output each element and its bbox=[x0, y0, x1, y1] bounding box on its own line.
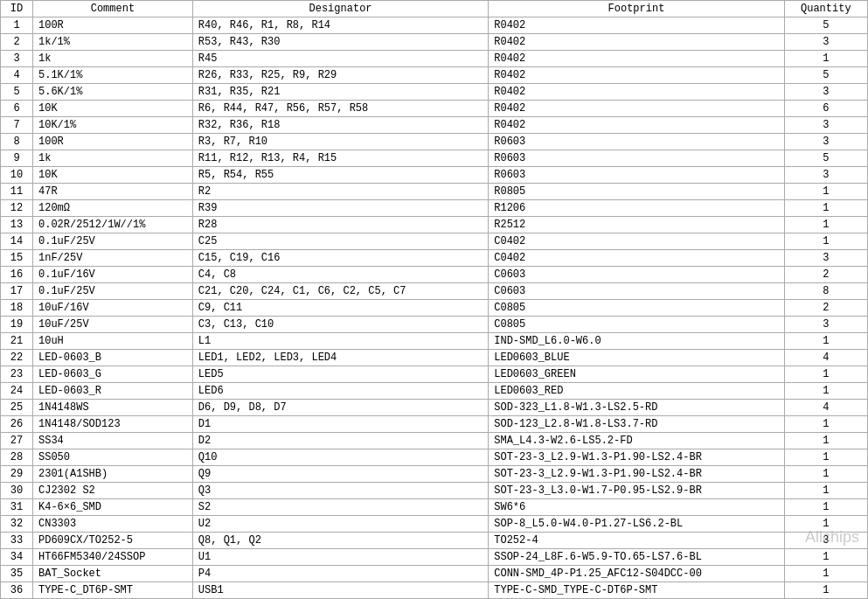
cell-comment: 0.02R/2512/1W//1% bbox=[33, 217, 193, 233]
table-row: 32CN3303U2SOP-8_L5.0-W4.0-P1.27-LS6.2-BL… bbox=[1, 516, 868, 533]
cell-designator: P4 bbox=[192, 566, 488, 582]
cell-comment: K4-6×6_SMD bbox=[33, 499, 193, 516]
header-footprint: Footprint bbox=[489, 1, 784, 17]
cell-designator: R31, R35, R21 bbox=[192, 84, 488, 101]
table-row: 31kR45R04021 bbox=[1, 51, 868, 67]
cell-comment: 1k/1% bbox=[33, 34, 193, 51]
cell-id: 1 bbox=[1, 17, 33, 34]
cell-id: 22 bbox=[1, 350, 33, 366]
cell-id: 18 bbox=[1, 300, 33, 317]
cell-quantity: 1 bbox=[784, 433, 867, 449]
cell-id: 14 bbox=[1, 233, 33, 250]
cell-comment: TYPE-C_DT6P-SMT bbox=[33, 582, 193, 599]
bom-table: ID Comment Designator Footprint Quantity… bbox=[0, 0, 868, 599]
cell-footprint: R0402 bbox=[489, 101, 784, 117]
cell-comment: CN3303 bbox=[33, 516, 193, 533]
cell-quantity: 1 bbox=[784, 184, 867, 200]
cell-id: 23 bbox=[1, 366, 33, 383]
cell-designator: R5, R54, R55 bbox=[192, 167, 488, 184]
cell-designator: LED5 bbox=[192, 366, 488, 383]
cell-designator: R45 bbox=[192, 51, 488, 67]
cell-id: 33 bbox=[1, 533, 33, 549]
table-row: 710K/1%R32, R36, R18R04023 bbox=[1, 117, 868, 134]
cell-quantity: 1 bbox=[784, 51, 867, 67]
cell-quantity: 1 bbox=[784, 200, 867, 217]
cell-footprint: SOD-323_L1.8-W1.3-LS2.5-RD bbox=[489, 400, 784, 416]
cell-footprint: CONN-SMD_4P-P1.25_AFC12-S04DCC-00 bbox=[489, 566, 784, 582]
cell-comment: LED-0603_G bbox=[33, 366, 193, 383]
cell-quantity: 1 bbox=[784, 582, 867, 599]
cell-comment: 1nF/25V bbox=[33, 250, 193, 267]
table-row: 140.1uF/25VC25C04021 bbox=[1, 233, 868, 250]
cell-footprint: SOT-23-3_L3.0-W1.7-P0.95-LS2.9-BR bbox=[489, 483, 784, 499]
cell-id: 29 bbox=[1, 466, 33, 483]
cell-designator: R11, R12, R13, R4, R15 bbox=[192, 150, 488, 167]
cell-designator: C4, C8 bbox=[192, 267, 488, 283]
cell-quantity: 5 bbox=[784, 67, 867, 84]
cell-quantity: 3 bbox=[784, 167, 867, 184]
cell-quantity: 6 bbox=[784, 101, 867, 117]
cell-footprint: R0603 bbox=[489, 167, 784, 184]
cell-footprint: LED0603_BLUE bbox=[489, 350, 784, 366]
cell-designator: R6, R44, R47, R56, R57, R58 bbox=[192, 101, 488, 117]
cell-designator: R53, R43, R30 bbox=[192, 34, 488, 51]
cell-comment: 100R bbox=[33, 17, 193, 34]
cell-quantity: 4 bbox=[784, 350, 867, 366]
table-row: 1810uF/16VC9, C11C08052 bbox=[1, 300, 868, 317]
cell-id: 35 bbox=[1, 566, 33, 582]
table-row: 36TYPE-C_DT6P-SMTUSB1TYPE-C-SMD_TYPE-C-D… bbox=[1, 582, 868, 599]
table-row: 45.1K/1%R26, R33, R25, R9, R29R04025 bbox=[1, 67, 868, 84]
cell-footprint: IND-SMD_L6.0-W6.0 bbox=[489, 333, 784, 350]
cell-footprint: SOT-23-3_L2.9-W1.3-P1.90-LS2.4-BR bbox=[489, 449, 784, 466]
cell-comment: CJ2302 S2 bbox=[33, 483, 193, 499]
cell-comment: 2301(A1SHB) bbox=[33, 466, 193, 483]
cell-id: 28 bbox=[1, 449, 33, 466]
table-row: 21k/1%R53, R43, R30R04023 bbox=[1, 34, 868, 51]
cell-id: 5 bbox=[1, 84, 33, 101]
cell-quantity: 2 bbox=[784, 267, 867, 283]
table-row: 31K4-6×6_SMDS2SW6*61 bbox=[1, 499, 868, 516]
table-row: 27SS34D2SMA_L4.3-W2.6-LS5.2-FD1 bbox=[1, 433, 868, 449]
cell-footprint: R1206 bbox=[489, 200, 784, 217]
table-row: 1100RR40, R46, R1, R8, R14R04025 bbox=[1, 17, 868, 34]
cell-footprint: C0805 bbox=[489, 300, 784, 317]
cell-footprint: SOP-8_L5.0-W4.0-P1.27-LS6.2-BL bbox=[489, 516, 784, 533]
cell-quantity: 1 bbox=[784, 466, 867, 483]
cell-designator: LED1, LED2, LED3, LED4 bbox=[192, 350, 488, 366]
cell-designator: U2 bbox=[192, 516, 488, 533]
cell-id: 7 bbox=[1, 117, 33, 134]
cell-id: 6 bbox=[1, 101, 33, 117]
cell-comment: 5.6K/1% bbox=[33, 84, 193, 101]
cell-designator: C15, C19, C16 bbox=[192, 250, 488, 267]
cell-designator: C25 bbox=[192, 233, 488, 250]
cell-footprint: R0402 bbox=[489, 67, 784, 84]
cell-comment: LED-0603_R bbox=[33, 383, 193, 400]
table-row: 292301(A1SHB)Q9SOT-23-3_L2.9-W1.3-P1.90-… bbox=[1, 466, 868, 483]
cell-comment: 47R bbox=[33, 184, 193, 200]
cell-footprint: LED0603_RED bbox=[489, 383, 784, 400]
cell-id: 9 bbox=[1, 150, 33, 167]
cell-id: 26 bbox=[1, 416, 33, 433]
table-row: 35BAT_SocketP4CONN-SMD_4P-P1.25_AFC12-S0… bbox=[1, 566, 868, 582]
cell-footprint: SSOP-24_L8F.6-W5.9-TO.65-LS7.6-BL bbox=[489, 549, 784, 566]
cell-footprint: R2512 bbox=[489, 217, 784, 233]
cell-footprint: R0402 bbox=[489, 84, 784, 101]
cell-designator: U1 bbox=[192, 549, 488, 566]
cell-footprint: R0402 bbox=[489, 34, 784, 51]
cell-comment: 120mΩ bbox=[33, 200, 193, 217]
table-row: 1010KR5, R54, R55R06033 bbox=[1, 167, 868, 184]
cell-footprint: R0603 bbox=[489, 150, 784, 167]
cell-id: 17 bbox=[1, 283, 33, 300]
cell-comment: 5.1K/1% bbox=[33, 67, 193, 84]
cell-id: 31 bbox=[1, 499, 33, 516]
table-row: 610KR6, R44, R47, R56, R57, R58R04026 bbox=[1, 101, 868, 117]
cell-quantity: 1 bbox=[784, 383, 867, 400]
table-row: 151nF/25VC15, C19, C16C04023 bbox=[1, 250, 868, 267]
cell-quantity: 5 bbox=[784, 150, 867, 167]
cell-quantity: 1 bbox=[784, 333, 867, 350]
cell-quantity: 2 bbox=[784, 300, 867, 317]
cell-quantity: 8 bbox=[784, 283, 867, 300]
cell-quantity: 1 bbox=[784, 366, 867, 383]
cell-designator: R2 bbox=[192, 184, 488, 200]
table-row: 33PD609CX/TO252-5Q8, Q1, Q2TO252-43 bbox=[1, 533, 868, 549]
